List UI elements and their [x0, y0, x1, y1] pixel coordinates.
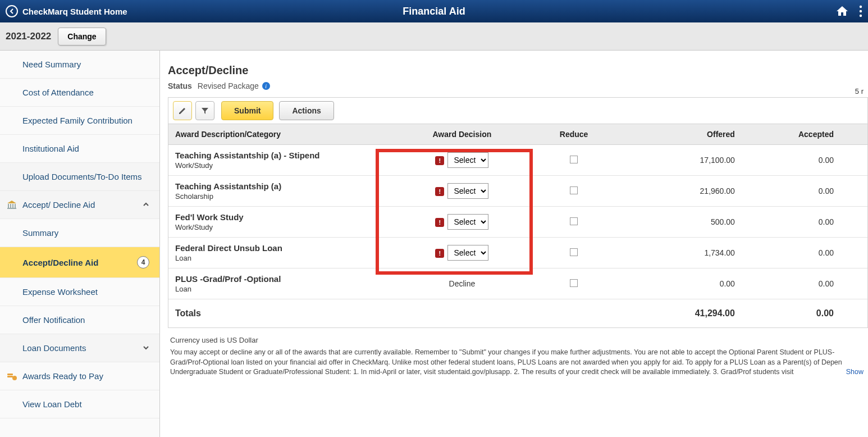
col-accepted: Accepted	[742, 124, 867, 145]
sidebar-item-view-loan-debt[interactable]: View Loan Debt	[0, 390, 159, 418]
reduce-checkbox[interactable]	[570, 156, 578, 163]
totals-offered: 41,294.00	[616, 299, 742, 328]
reduce-checkbox[interactable]	[570, 248, 578, 256]
award-name: Teaching Assistantship (a) - Stipend	[175, 151, 385, 160]
accepted-amount: 0.00	[742, 238, 867, 268]
sidebar-item-label: Offer Notification	[22, 315, 85, 325]
decision-select[interactable]: Select	[447, 245, 488, 261]
disclosure-body: You may accept or decline any or all of …	[170, 348, 842, 376]
reduce-checkbox[interactable]	[570, 217, 578, 225]
award-row: Teaching Assistantship (a)Scholarship!Se…	[168, 176, 867, 207]
sidebar-item-label: Institutional Aid	[22, 144, 79, 153]
bank-icon	[6, 199, 18, 211]
sidebar-section-accept-decline[interactable]: Accept/ Decline Aid	[0, 191, 159, 219]
decision-select[interactable]: Select	[447, 183, 488, 199]
main-content: Accept/Decline Status Revised Package i …	[160, 51, 868, 437]
reduce-checkbox[interactable]	[570, 279, 578, 287]
sidebar-section-loan-documents[interactable]: Loan Documents	[0, 334, 159, 362]
decision-select[interactable]: Select	[447, 214, 488, 230]
show-more-link[interactable]: Show	[843, 367, 864, 377]
info-icon[interactable]: i	[262, 82, 270, 90]
chevron-up-icon	[143, 200, 149, 210]
sidebar-item-expense-worksheet[interactable]: Expense Worksheet	[0, 278, 159, 306]
award-category: Scholarship	[175, 192, 385, 201]
offered-amount: 500.00	[616, 207, 742, 238]
page-title: Accept/Decline	[168, 64, 868, 77]
sidebar-item-label: Upload Documents/To-Do Items	[22, 172, 142, 181]
sidebar-item-upload-documents[interactable]: Upload Documents/To-Do Items	[0, 163, 159, 191]
row-count-label: 5 r	[855, 87, 864, 95]
count-badge: 4	[137, 256, 149, 268]
svg-point-2	[860, 15, 862, 17]
svg-rect-9	[7, 376, 13, 377]
aid-year-label: 2021-2022	[6, 31, 51, 42]
sidebar-item-offer-notification[interactable]: Offer Notification	[0, 306, 159, 334]
award-row: PLUS -Grad/Prof -OptionalLoanDecline0.00…	[168, 268, 867, 299]
accepted-amount: 0.00	[742, 268, 867, 299]
award-name: Teaching Assistantship (a)	[175, 181, 385, 191]
award-row: Federal Direct Unsub LoanLoan!Select1,73…	[168, 238, 867, 268]
edit-button[interactable]	[173, 101, 192, 120]
filter-icon	[200, 106, 209, 115]
offered-amount: 17,100.00	[616, 145, 742, 176]
sidebar-item-label: Accept/Decline Aid	[22, 258, 98, 267]
coins-icon	[6, 370, 18, 383]
decision-select[interactable]: Select	[447, 152, 488, 168]
warning-icon: !	[435, 249, 444, 258]
award-category: Work/Study	[175, 161, 385, 170]
kebab-menu-icon[interactable]	[859, 5, 862, 17]
offered-amount: 21,960.00	[616, 176, 742, 207]
disclosure-text: You may accept or decline any or all of …	[170, 348, 866, 377]
back-button[interactable]	[6, 5, 18, 17]
sidebar-item-label: Need Summary	[22, 60, 81, 69]
sidebar-item-label: Summary	[22, 228, 58, 238]
svg-rect-8	[7, 374, 13, 375]
top-navbar: CheckMarq Student Home Financial Aid	[0, 0, 868, 22]
sidebar-item-cost-of-attendance[interactable]: Cost of Attendance	[0, 79, 159, 107]
context-bar: 2021-2022 Change	[0, 22, 868, 51]
award-category: Loan	[175, 285, 385, 293]
svg-rect-7	[7, 208, 16, 209]
pencil-icon	[178, 106, 187, 115]
awards-table-wrap: Submit Actions Award Description/Categor…	[168, 97, 868, 328]
sidebar-item-efc[interactable]: Expected Family Contribution	[0, 107, 159, 135]
totals-row: Totals 41,294.00 0.00	[168, 299, 867, 328]
award-row: Fed'l Work StudyWork/Study!Select500.000…	[168, 207, 867, 238]
reduce-checkbox[interactable]	[570, 186, 578, 194]
sidebar-item-awards-ready-to-pay[interactable]: Awards Ready to Pay	[0, 362, 159, 390]
breadcrumb-title[interactable]: CheckMarq Student Home	[22, 7, 127, 16]
home-icon[interactable]	[835, 4, 849, 18]
col-reduce: Reduce	[532, 124, 615, 145]
svg-point-1	[860, 10, 862, 12]
col-offered: Offered	[616, 124, 742, 145]
accepted-amount: 0.00	[742, 207, 867, 238]
svg-rect-4	[10, 204, 11, 208]
sidebar-item-label: Accept/ Decline Aid	[22, 200, 95, 210]
warning-icon: !	[435, 156, 444, 165]
chevron-left-icon	[9, 8, 15, 14]
col-award-description: Award Description/Category	[168, 124, 392, 145]
sidebar-item-label: Awards Ready to Pay	[22, 371, 103, 381]
sidebar-item-institutional-aid[interactable]: Institutional Aid	[0, 135, 159, 163]
change-year-button[interactable]: Change	[58, 28, 106, 45]
col-award-decision: Award Decision	[392, 124, 532, 145]
awards-table: Award Description/Category Award Decisio…	[168, 124, 867, 327]
sidebar-item-accept-decline-aid[interactable]: Accept/Decline Aid 4	[0, 247, 159, 278]
sidebar-item-need-summary[interactable]: Need Summary	[0, 51, 159, 79]
svg-rect-6	[15, 204, 16, 208]
award-name: Fed'l Work Study	[175, 212, 385, 222]
filter-button[interactable]	[195, 101, 214, 120]
actions-button[interactable]: Actions	[279, 101, 334, 120]
svg-point-10	[12, 376, 17, 380]
submit-button[interactable]: Submit	[221, 101, 273, 120]
currency-note: Currency used is US Dollar	[170, 336, 866, 344]
sidebar-item-summary[interactable]: Summary	[0, 219, 159, 247]
accepted-amount: 0.00	[742, 176, 867, 207]
totals-label: Totals	[168, 299, 392, 328]
award-category: Loan	[175, 254, 385, 262]
totals-accepted: 0.00	[742, 299, 867, 328]
svg-rect-3	[8, 204, 9, 208]
sidebar-item-label: Expense Worksheet	[22, 287, 98, 297]
sidebar: Need Summary Cost of Attendance Expected…	[0, 51, 160, 437]
award-name: PLUS -Grad/Prof -Optional	[175, 274, 385, 284]
